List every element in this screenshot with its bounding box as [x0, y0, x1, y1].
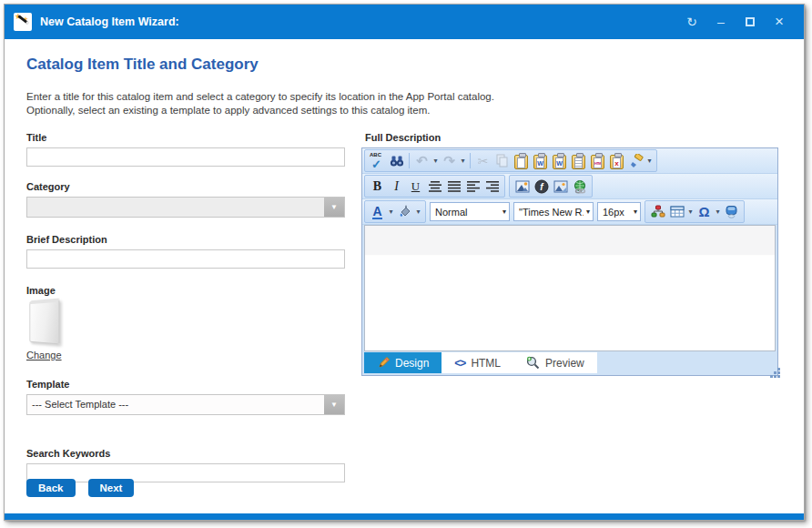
- toolbar-separator: [409, 153, 410, 168]
- align-justify-button[interactable]: [444, 177, 463, 196]
- align-center-icon: [428, 180, 442, 192]
- image-manager-button[interactable]: [513, 177, 532, 196]
- maximize-icon: [746, 17, 755, 26]
- insert-table-dropdown[interactable]: ▾: [686, 208, 695, 216]
- paste-as-html-button[interactable]: HTML: [588, 151, 607, 170]
- change-image-link[interactable]: Change: [26, 350, 62, 360]
- paste-strip-button[interactable]: x: [607, 151, 626, 170]
- tab-html[interactable]: <> HTML: [442, 352, 513, 373]
- module-manager-button[interactable]: [648, 202, 667, 221]
- description-line-1: Enter a title for this catalog item and …: [26, 90, 494, 104]
- template-select[interactable]: --- Select Template --- ▼: [26, 394, 345, 415]
- tab-design[interactable]: Design: [364, 352, 442, 373]
- redo-dropdown[interactable]: ▾: [459, 157, 467, 165]
- paste-plain-text-icon: [572, 155, 585, 169]
- paste-from-word-clean-icon: W: [553, 155, 566, 169]
- back-button[interactable]: Back: [26, 479, 76, 497]
- rich-text-editor: ABC ✓ ↶ ▾ ↷: [361, 147, 778, 376]
- omega-icon: Ω: [698, 204, 709, 219]
- window-controls: ↻ – ×: [684, 14, 787, 30]
- background-color-button[interactable]: [395, 202, 414, 221]
- chevron-down-icon[interactable]: ▼: [324, 395, 344, 414]
- insert-table-button[interactable]: [667, 202, 686, 221]
- editor-toolbar-row3: A ▾ ▾ Normal ▾: [362, 199, 777, 225]
- redo-button[interactable]: ↷: [440, 151, 459, 170]
- window-title: New Catalog Item Wizard:: [40, 15, 684, 28]
- spellcheck-button[interactable]: ABC ✓: [368, 151, 387, 170]
- toolbar-separator: [470, 153, 471, 168]
- editor-content[interactable]: [364, 225, 776, 351]
- copy-icon: [496, 154, 509, 168]
- undo-icon: ↶: [416, 153, 428, 169]
- paste-plain-text-button[interactable]: [569, 151, 588, 170]
- copy-button[interactable]: [492, 151, 512, 170]
- insert-snippet-button[interactable]: [722, 202, 741, 221]
- undo-button[interactable]: ↶: [412, 151, 431, 170]
- align-justify-icon: [447, 180, 462, 192]
- font-family-select[interactable]: "Times New R... ▾: [513, 202, 594, 221]
- find-replace-button[interactable]: [387, 151, 406, 170]
- paragraph-style-value: Normal: [435, 207, 500, 218]
- titlebar: ★ ★ New Catalog Item Wizard: ↻ – ×: [5, 5, 804, 39]
- cut-button[interactable]: ✂: [473, 151, 492, 170]
- wizard-icon: ★ ★: [14, 13, 32, 31]
- editor-mode-tabs: Design <> HTML: [362, 351, 777, 375]
- insert-symbol-button[interactable]: Ω: [695, 202, 714, 221]
- toolbar-group-color: A ▾ ▾: [364, 200, 426, 223]
- form-column: Title Category ▼ Brief Description Image…: [26, 132, 345, 482]
- chevron-down-icon[interactable]: ▼: [324, 198, 344, 217]
- flash-manager-button[interactable]: f: [532, 177, 551, 196]
- align-right-button[interactable]: [482, 177, 502, 196]
- font-size-value: 16px: [603, 207, 631, 218]
- insert-symbol-dropdown[interactable]: ▾: [714, 208, 722, 216]
- brief-description-input[interactable]: [26, 249, 345, 269]
- binoculars-icon: [390, 155, 404, 168]
- page-description: Enter a title for this catalog item and …: [26, 90, 494, 117]
- format-stripper-dropdown[interactable]: ▾: [645, 157, 654, 165]
- hyperlink-manager-button[interactable]: [570, 177, 589, 196]
- paragraph-style-select[interactable]: Normal ▾: [430, 202, 510, 221]
- refresh-button[interactable]: ↻: [684, 14, 700, 30]
- catalog-item-image: [29, 300, 59, 345]
- toolbar-group-insert: ▾ Ω ▾: [645, 200, 745, 223]
- code-icon: <>: [454, 357, 465, 370]
- next-button[interactable]: Next: [88, 479, 135, 497]
- full-description-label: Full Description: [365, 132, 786, 143]
- bold-icon: B: [373, 179, 381, 194]
- hyperlink-icon: [573, 179, 587, 194]
- font-family-value: "Times New R...: [519, 207, 584, 218]
- page-title: Catalog Item Title and Category: [26, 56, 259, 74]
- check-icon: ✓: [371, 157, 381, 171]
- foreground-color-dropdown[interactable]: ▾: [387, 208, 395, 216]
- close-button[interactable]: ×: [771, 14, 787, 30]
- maximize-button[interactable]: [742, 14, 758, 30]
- image-map-button[interactable]: [551, 177, 570, 196]
- align-center-button[interactable]: [425, 177, 444, 196]
- italic-button[interactable]: I: [387, 177, 406, 196]
- minimize-button[interactable]: –: [713, 14, 729, 30]
- align-left-button[interactable]: [463, 177, 482, 196]
- resize-grip[interactable]: [771, 369, 772, 370]
- paint-bucket-icon: [398, 205, 412, 218]
- paste-button[interactable]: [512, 151, 531, 170]
- align-left-icon: [466, 180, 481, 192]
- paste-from-word-clean-button[interactable]: W: [550, 151, 569, 170]
- title-input[interactable]: [26, 147, 345, 167]
- template-value: --- Select Template ---: [32, 399, 128, 410]
- underline-button[interactable]: U: [406, 177, 425, 196]
- undo-dropdown[interactable]: ▾: [431, 157, 440, 165]
- category-label: Category: [26, 181, 345, 192]
- scissors-icon: ✂: [478, 154, 489, 168]
- font-size-select[interactable]: 16px ▾: [597, 202, 641, 221]
- foreground-color-button[interactable]: A: [368, 202, 387, 221]
- paste-from-word-button[interactable]: W: [531, 151, 550, 170]
- window-bottom-border: [5, 513, 804, 520]
- word-letter: W: [536, 157, 544, 168]
- category-select[interactable]: ▼: [26, 197, 345, 218]
- format-stripper-button[interactable]: [626, 151, 645, 170]
- toolbar-group-media: f: [509, 175, 593, 198]
- bold-button[interactable]: B: [368, 177, 387, 196]
- description-line-2: Optionally, select an existing a templat…: [26, 104, 494, 117]
- tab-preview[interactable]: Preview: [513, 352, 597, 373]
- background-color-dropdown[interactable]: ▾: [414, 208, 422, 216]
